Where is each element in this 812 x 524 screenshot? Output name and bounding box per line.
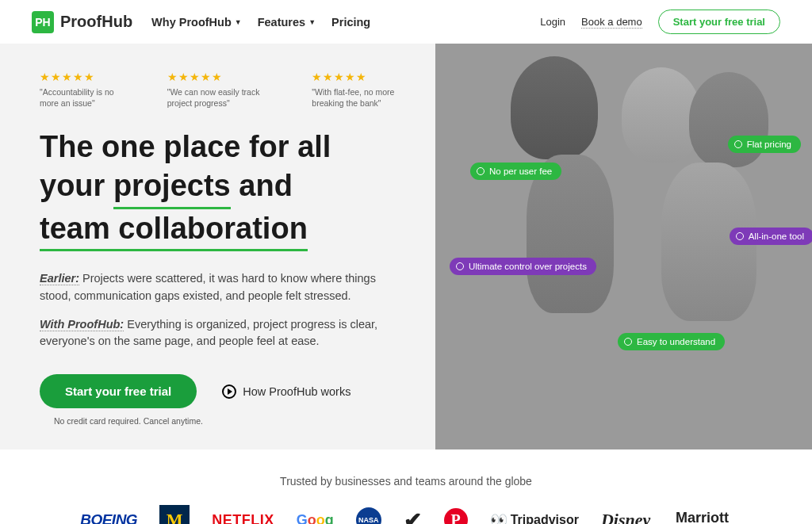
nav-features[interactable]: Features ▼ xyxy=(258,16,316,29)
nike-logo: ✔ xyxy=(404,507,422,524)
circle-icon xyxy=(477,167,485,175)
logo[interactable]: PH ProofHub xyxy=(32,11,132,33)
header-left: PH ProofHub Why ProofHub ▼ Features ▼ Pr… xyxy=(32,11,370,33)
para-label: With ProofHub: xyxy=(40,318,124,331)
stars-icon: ★★★★★ xyxy=(167,71,274,83)
stars-icon: ★★★★★ xyxy=(312,71,416,83)
owl-icon: 👀 xyxy=(490,511,508,524)
google-logo: Goog xyxy=(297,512,334,524)
review-text: "We can now easily track project progres… xyxy=(167,86,274,109)
nasa-logo: NASA xyxy=(356,507,381,524)
start-trial-button-header[interactable]: Start your free trial xyxy=(658,10,780,34)
feature-pill-easy: Easy to understand xyxy=(618,333,725,350)
team-photo xyxy=(435,44,812,449)
chevron-down-icon: ▼ xyxy=(308,18,316,26)
hero-section: ★★★★★ "Accountability is no more an issu… xyxy=(0,44,812,449)
pill-label: All-in-one tool xyxy=(749,231,804,241)
disney-logo: Disney xyxy=(601,510,650,524)
reviews-row: ★★★★★ "Accountability is no more an issu… xyxy=(40,71,416,109)
nav-pricing[interactable]: Pricing xyxy=(331,16,370,29)
review-item: ★★★★★ "Accountability is no more an issu… xyxy=(40,71,129,109)
feature-pill-no-per-user: No per user fee xyxy=(470,163,561,180)
review-item: ★★★★★ "We can now easily track project p… xyxy=(167,71,274,109)
person-silhouette xyxy=(689,72,768,167)
para-body: Projects were scattered, it was hard to … xyxy=(40,272,376,302)
hero-content: ★★★★★ "Accountability is no more an issu… xyxy=(0,44,435,449)
nav-item-label: Features xyxy=(258,16,305,29)
login-link[interactable]: Login xyxy=(540,16,565,28)
pinterest-logo: P xyxy=(444,508,468,524)
boeing-logo: BOEING xyxy=(80,511,137,524)
para-label: Earlier: xyxy=(40,272,79,285)
michigan-logo: M xyxy=(159,505,190,524)
trusted-heading: Trusted by businesses and teams around t… xyxy=(32,475,780,488)
start-trial-button[interactable]: Start your free trial xyxy=(40,374,197,408)
logo-icon: PH xyxy=(32,11,54,33)
book-demo-link[interactable]: Book a demo xyxy=(581,16,642,29)
pill-label: Ultimate control over projects xyxy=(469,262,587,271)
main-nav: Why ProofHub ▼ Features ▼ Pricing xyxy=(151,16,370,29)
circle-icon xyxy=(624,338,632,346)
stars-icon: ★★★★★ xyxy=(40,71,129,83)
headline-part: and xyxy=(231,169,293,202)
pill-label: Flat pricing xyxy=(747,140,791,149)
header-right: Login Book a demo Start your free trial xyxy=(540,10,780,34)
play-icon xyxy=(222,384,236,399)
review-text: "With flat-fee, no more breaking the ban… xyxy=(312,86,416,109)
hero-image: Flat pricing No per user fee All-in-one … xyxy=(435,44,812,449)
tripadvisor-logo: 👀 Tripadvisor xyxy=(490,511,579,524)
person-silhouette xyxy=(511,56,598,159)
nav-item-label: Why ProofHub xyxy=(151,16,232,29)
circle-icon xyxy=(736,232,744,240)
cta-subtext: No credit card required. Cancel anytime. xyxy=(54,416,416,426)
review-text: "Accountability is no more an issue" xyxy=(40,86,129,109)
feature-pill-ultimate-control: Ultimate control over projects xyxy=(450,258,596,275)
review-item: ★★★★★ "With flat-fee, no more breaking t… xyxy=(312,71,416,109)
tripadvisor-text: Tripadvisor xyxy=(511,513,579,524)
circle-icon xyxy=(456,262,464,270)
feature-pill-flat-pricing: Flat pricing xyxy=(728,136,801,153)
pill-label: Easy to understand xyxy=(637,337,715,346)
hero-headline: The one place for all your projects and … xyxy=(40,128,396,251)
circle-icon xyxy=(734,140,742,148)
feature-pill-all-in-one: All-in-one tool xyxy=(730,228,812,245)
nav-item-label: Pricing xyxy=(331,16,370,29)
brand-logos: BOEING M NETFLIX Goog NASA ✔ P 👀 Tripadv… xyxy=(32,505,780,524)
trusted-section: Trusted by businesses and teams around t… xyxy=(0,449,812,524)
hero-para-earlier: Earlier: Projects were scattered, it was… xyxy=(40,270,381,305)
marriott-text: Marriott xyxy=(676,511,729,524)
netflix-logo: NETFLIX xyxy=(212,512,274,524)
marriott-logo: Marriott INTERNATIONAL xyxy=(672,511,732,524)
logo-text: ProofHub xyxy=(60,13,132,31)
hero-para-with: With ProofHub: Everything is organized, … xyxy=(40,316,381,351)
play-link-label: How ProofHub works xyxy=(243,385,350,398)
chevron-down-icon: ▼ xyxy=(235,18,242,26)
nav-why-proofhub[interactable]: Why ProofHub ▼ xyxy=(151,16,242,29)
pill-label: No per user fee xyxy=(489,166,552,176)
headline-underline: projects xyxy=(113,166,231,209)
headline-underline: team collaboration xyxy=(40,209,308,252)
how-it-works-link[interactable]: How ProofHub works xyxy=(222,384,350,399)
site-header: PH ProofHub Why ProofHub ▼ Features ▼ Pr… xyxy=(0,0,812,44)
cta-row: Start your free trial How ProofHub works xyxy=(40,374,416,408)
